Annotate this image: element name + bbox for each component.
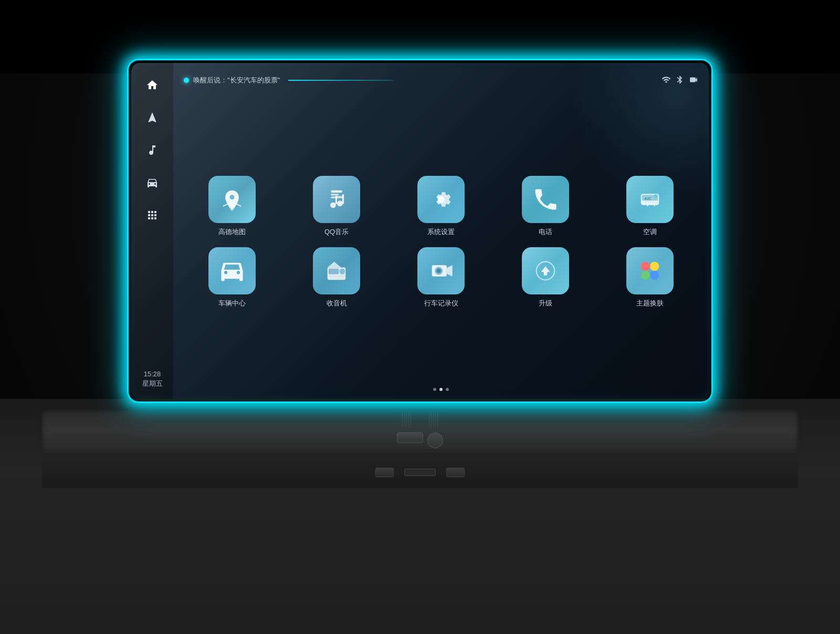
sidebar-time: 15:28 星期五 [142, 369, 163, 388]
svg-point-27 [650, 271, 659, 280]
svg-point-4 [330, 202, 336, 208]
svg-point-18 [339, 269, 345, 274]
app-item-radio[interactable]: 收音机 [288, 247, 385, 308]
page-dot-1[interactable] [433, 388, 436, 391]
screen-container: 15:28 星期五 唤醒后说："长安汽车的股票" [131, 63, 709, 399]
voice-indicator: 唤醒后说："长安汽车的股票" [184, 76, 393, 85]
lower-knob-3[interactable] [446, 468, 465, 477]
app-icon-dashcam [417, 247, 465, 294]
top-area [0, 0, 840, 73]
voice-prompt-text: 唤醒后说："长安汽车的股票" [193, 76, 280, 85]
lower-panel [42, 457, 798, 488]
app-icon-radio [313, 247, 360, 294]
vent-knob-2[interactable] [427, 432, 443, 448]
app-icon-vehicle-center [208, 247, 256, 294]
vent-knob-1[interactable] [397, 432, 423, 443]
app-item-upgrade[interactable]: 升级 [497, 247, 594, 308]
app-item-theme[interactable]: 主题换肤 [602, 247, 698, 308]
voice-dot [184, 78, 189, 83]
sidebar-item-apps[interactable] [141, 204, 164, 227]
bluetooth-icon [675, 75, 685, 86]
svg-point-0 [230, 195, 235, 199]
app-label-system-settings: 系统设置 [427, 227, 455, 237]
svg-point-24 [641, 262, 650, 271]
svg-rect-17 [329, 269, 339, 274]
svg-rect-2 [331, 194, 339, 195]
app-icon-theme [626, 247, 674, 294]
app-icon-gaode-map [208, 176, 256, 223]
vent-controls [397, 432, 443, 448]
car-interior: 15:28 星期五 唤醒后说："长安汽车的股票" [0, 0, 840, 634]
app-item-system-settings[interactable]: 系统设置 [393, 176, 489, 237]
time-display: 15:28 [142, 369, 163, 379]
wifi-icon [662, 75, 671, 86]
app-label-ac: 空调 [643, 227, 657, 237]
camera-icon [689, 75, 698, 86]
app-icon-upgrade [522, 247, 569, 294]
page-dot-2[interactable] [439, 388, 443, 391]
sidebar-item-vehicle[interactable] [141, 171, 164, 194]
bottom-panel [0, 399, 840, 634]
page-dots [184, 388, 698, 391]
vent-center [397, 413, 443, 448]
sidebar: 15:28 星期五 [131, 63, 173, 399]
svg-point-5 [337, 200, 343, 206]
top-bar: 唤醒后说："长安汽车的股票" [184, 71, 698, 90]
lower-knob-2[interactable] [404, 469, 436, 476]
app-item-dashcam[interactable]: 行车记录仪 [393, 247, 489, 308]
svg-rect-1 [331, 191, 342, 193]
svg-point-25 [650, 262, 659, 271]
app-label-phone: 电话 [539, 227, 552, 237]
app-grid: 高德地图 QQ音乐 系统设置 电话 A/C 空调 车辆中心 收音机 行车记 [184, 100, 698, 384]
app-label-vehicle-center: 车辆中心 [218, 299, 246, 308]
screen: 15:28 星期五 唤醒后说："长安汽车的股票" [131, 63, 709, 399]
app-label-qq-music: QQ音乐 [324, 227, 349, 237]
app-label-upgrade: 升级 [539, 299, 552, 308]
app-icon-phone [522, 176, 569, 223]
app-icon-ac: A/C [626, 176, 674, 223]
sidebar-item-home[interactable] [141, 73, 164, 97]
app-item-gaode-map[interactable]: 高德地图 [184, 176, 280, 237]
svg-point-26 [641, 271, 650, 280]
status-bar [662, 75, 698, 86]
page-dot-3[interactable] [446, 388, 449, 391]
app-item-ac[interactable]: A/C 空调 [602, 176, 698, 237]
app-label-dashcam: 行车记录仪 [424, 299, 458, 308]
vent-strip [42, 409, 798, 451]
app-label-theme: 主题换肤 [636, 299, 664, 308]
app-item-phone[interactable]: 电话 [497, 176, 594, 237]
svg-point-22 [436, 269, 441, 273]
svg-text:A/C: A/C [644, 196, 652, 201]
app-label-radio: 收音机 [327, 299, 347, 308]
app-label-gaode-map: 高德地图 [218, 227, 246, 237]
app-item-qq-music[interactable]: QQ音乐 [288, 176, 385, 237]
svg-rect-7 [342, 194, 344, 204]
main-content: 唤醒后说："长安汽车的股票" [173, 63, 709, 399]
app-item-vehicle-center[interactable]: 车辆中心 [184, 247, 280, 308]
app-icon-system-settings [417, 176, 465, 223]
voice-waveform [288, 80, 393, 81]
lower-knob-1[interactable] [375, 468, 394, 477]
svg-point-14 [654, 194, 658, 198]
vent-louvers [402, 413, 438, 428]
sidebar-item-music[interactable] [141, 139, 164, 162]
app-icon-qq-music [313, 176, 360, 223]
weekday-display: 星期五 [142, 379, 163, 388]
sidebar-item-navigation[interactable] [141, 106, 164, 129]
